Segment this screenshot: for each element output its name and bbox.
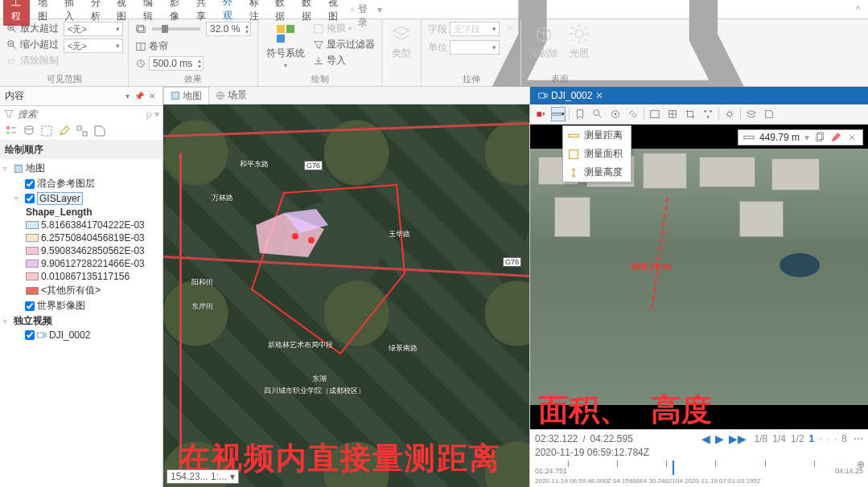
play-button[interactable]: ▶ — [714, 432, 726, 445]
coord-box[interactable]: 154.23... 1:...▾ — [167, 469, 239, 484]
timestamp: 2020-11-19 06:59:12.784Z — [535, 447, 649, 458]
save-icon — [763, 108, 775, 120]
display-filters-button[interactable]: 显示过滤器 — [311, 37, 376, 52]
tool-a[interactable] — [665, 107, 680, 121]
flicker-row: 500.0 ms▴▾ — [134, 55, 253, 72]
swipe-button[interactable]: 卷帘 — [134, 39, 253, 54]
link-button[interactable] — [626, 107, 640, 121]
svg-rect-32 — [651, 111, 660, 118]
video-tab[interactable]: DJI_0002 ✕ — [530, 88, 611, 103]
record-button[interactable]: ■▾ — [533, 107, 548, 121]
contents-panel: 内容 ▾ 📌 ✕ ρ ▾ 绘制顺序 ▿地图 混合参考图层 ▿GISLayer S… — [0, 87, 163, 487]
tool-e[interactable] — [744, 107, 759, 121]
prev-button[interactable]: ◀ — [700, 432, 712, 445]
cube-icon — [533, 23, 555, 45]
symbology-button[interactable]: 符号系统▾ — [263, 21, 308, 71]
zoom-button[interactable] — [590, 107, 605, 121]
class-row[interactable]: 9.90612728221466E-03 — [3, 257, 159, 270]
tool-d[interactable] — [722, 107, 737, 121]
video-item[interactable]: DJI_0002 — [3, 329, 159, 342]
video-icon — [538, 91, 548, 100]
world-imagery-layer[interactable]: 世界影像图 — [3, 298, 159, 313]
layer-checkbox[interactable] — [25, 194, 35, 203]
eraser-icon — [6, 55, 18, 67]
svg-point-29 — [594, 110, 599, 116]
ribbon-group-visrange: 放大超过 缩小超过 清除限制 <无> <无> 可见范围 — [0, 19, 129, 86]
tool-c[interactable] — [701, 107, 715, 121]
class-row[interactable]: 5.81663841704222E-03 — [3, 219, 159, 231]
mask-button: 掩膜 ▾ — [311, 21, 376, 36]
list-by-labeling-icon[interactable] — [93, 125, 106, 137]
measure-button[interactable]: ▾ — [551, 107, 566, 121]
list-by-editing-icon[interactable] — [58, 125, 71, 137]
layer-checkbox[interactable] — [25, 179, 35, 189]
type-button: 类型 — [387, 21, 416, 62]
flicker-value[interactable]: 500.0 ms▴▾ — [149, 56, 204, 71]
clear-limit: 清除限制 — [5, 53, 60, 68]
visrange-dd1[interactable]: <无> — [64, 22, 123, 36]
tool-b[interactable] — [683, 107, 697, 121]
transparency-slider[interactable] — [152, 27, 200, 31]
map-view[interactable]: G76 G76 和平东路 万林路 玉华路 阳和街 东岸街 绿景南路 新格林艺术布… — [163, 104, 529, 487]
layer-checkbox[interactable] — [25, 301, 35, 311]
class-row[interactable]: 0.01086713511715​6 — [3, 270, 159, 283]
more-button[interactable]: ⋯ — [854, 433, 863, 444]
list-by-snapping-icon[interactable] — [76, 125, 88, 137]
mask-icon — [313, 23, 324, 35]
pan-button[interactable] — [608, 107, 623, 121]
map-tab[interactable]: 地图 — [163, 87, 209, 105]
collapse-ribbon[interactable]: ^ — [850, 4, 865, 15]
import-button[interactable]: 导入 — [311, 53, 376, 68]
search-input[interactable] — [18, 108, 143, 120]
measure-area[interactable]: 测量面积 — [563, 145, 631, 163]
measure-height[interactable]: 测量高度 — [563, 163, 631, 182]
route-shield: G76 — [503, 257, 521, 267]
search-clear[interactable]: ρ ▾ — [146, 108, 159, 120]
bookmark-button[interactable] — [573, 107, 587, 121]
zoom-in-beyond[interactable]: 放大超过 — [5, 21, 60, 36]
gis-layer[interactable]: ▿GISLayer — [3, 191, 159, 206]
map-node[interactable]: ▿地图 — [3, 161, 159, 176]
measure-distance[interactable]: 测量距离 — [563, 126, 631, 145]
funnel-icon[interactable] — [3, 108, 14, 120]
list-by-drawing-icon[interactable] — [5, 125, 18, 137]
place-label: 和平东路 — [240, 159, 269, 170]
close-icon[interactable]: ✕ — [595, 90, 603, 101]
speed-selector[interactable]: 1/81/41/21···8 — [753, 433, 849, 444]
timeline[interactable]: 01:24.751 04:14.25 ⊕ — [535, 460, 863, 475]
hybrid-ref-layer[interactable]: 混合参考图层 — [3, 176, 159, 191]
ruler-icon — [552, 108, 562, 120]
draw-order-header: 绘制顺序 — [0, 141, 162, 159]
close-icon[interactable]: ✕ — [149, 92, 155, 100]
place-label: 万林路 — [212, 193, 233, 203]
scene-tab[interactable]: 场景 — [209, 87, 253, 104]
options-icon[interactable]: ▾ — [125, 92, 130, 100]
group-title-draw: 绘制 — [263, 72, 376, 86]
class-row[interactable]: 6.25750840456819E-03 — [3, 231, 159, 244]
field-dd: 无字段 — [450, 22, 500, 36]
svg-rect-10 — [286, 25, 294, 33]
clear-icon[interactable] — [830, 132, 841, 143]
other-values-row[interactable]: <其他所有值> — [3, 283, 159, 298]
class-row[interactable]: 9.59083462850562E-03 — [3, 244, 159, 257]
ribbon-group-type: 类型 类型 — [382, 19, 422, 86]
export-frame-button[interactable] — [648, 107, 662, 121]
tool-f[interactable] — [762, 107, 776, 121]
annotation-overlay: 面积、 — [538, 390, 630, 429]
pin-icon[interactable]: 📌 — [134, 92, 144, 100]
list-by-source-icon[interactable] — [23, 125, 35, 137]
place-label: 新格林艺术布局中段 — [268, 340, 333, 350]
standalone-video-node[interactable]: ▿独立视频 — [3, 313, 159, 329]
inscene-distance-label: 449.79 m — [631, 261, 672, 272]
visrange-dd2[interactable]: <无> — [64, 39, 123, 53]
layer-checkbox[interactable] — [25, 330, 35, 340]
timeline-playhead[interactable] — [673, 460, 674, 475]
next-button[interactable]: ▶▶ — [727, 432, 748, 445]
list-by-selection-icon[interactable] — [40, 125, 53, 137]
transparency-value[interactable]: 32.0 %▴▾ — [206, 22, 251, 36]
copy-icon[interactable] — [814, 132, 825, 143]
zoom-out-beyond[interactable]: 缩小超过 — [5, 37, 60, 52]
timeline-expand[interactable]: ⊕ — [857, 459, 865, 470]
close-icon[interactable] — [846, 132, 858, 143]
timestamp-strip: 2020-11-19 06:59:48.000Z 04.1598664 30.2… — [535, 477, 863, 485]
